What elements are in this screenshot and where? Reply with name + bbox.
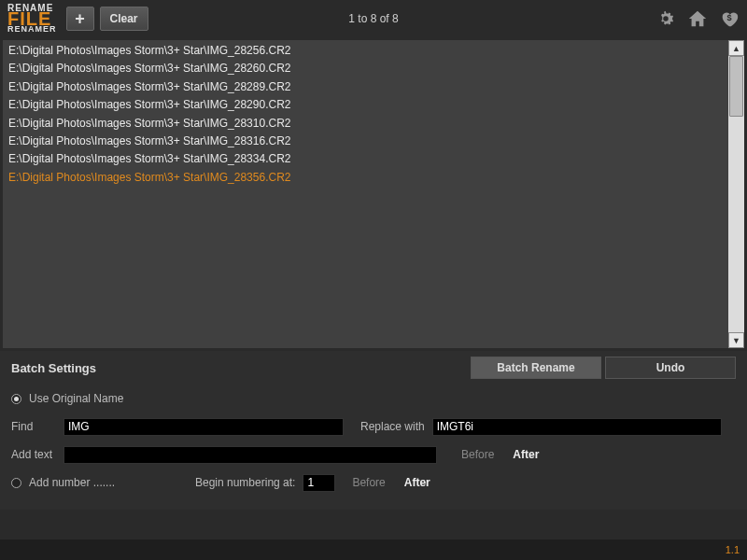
- add-number-row: Add number ....... Begin numbering at: B…: [11, 472, 736, 493]
- home-icon[interactable]: [687, 8, 708, 29]
- add-text-label: Add text: [11, 448, 56, 461]
- file-row[interactable]: E:\Digital Photos\Images Storm\3+ Star\I…: [3, 150, 728, 168]
- addnum-before-toggle[interactable]: Before: [352, 476, 385, 489]
- file-list-panel: E:\Digital Photos\Images Storm\3+ Star\I…: [3, 40, 744, 348]
- scroll-track[interactable]: [728, 56, 744, 332]
- file-row[interactable]: E:\Digital Photos\Images Storm\3+ Star\I…: [3, 169, 728, 187]
- batch-title: Batch Settings: [11, 361, 96, 375]
- file-counter: 1 to 8 of 8: [348, 12, 398, 25]
- version-label: 1.1: [726, 544, 740, 555]
- addtext-before-toggle[interactable]: Before: [461, 448, 494, 461]
- replace-input[interactable]: [432, 418, 722, 436]
- scroll-thumb[interactable]: [729, 56, 743, 117]
- add-files-button[interactable]: +: [66, 7, 94, 31]
- use-original-row: Use Original Name: [11, 388, 736, 409]
- donate-icon[interactable]: $: [719, 8, 740, 29]
- scroll-down-button[interactable]: ▼: [728, 332, 744, 348]
- use-original-radio[interactable]: [11, 394, 21, 404]
- gear-icon[interactable]: [655, 8, 676, 29]
- file-list[interactable]: E:\Digital Photos\Images Storm\3+ Star\I…: [3, 40, 728, 348]
- scrollbar[interactable]: ▲ ▼: [728, 40, 744, 348]
- file-row[interactable]: E:\Digital Photos\Images Storm\3+ Star\I…: [3, 60, 728, 77]
- replace-label: Replace with: [360, 420, 425, 433]
- find-replace-row: Find Replace with: [11, 416, 736, 437]
- addnum-after-toggle[interactable]: After: [404, 476, 430, 489]
- add-number-label: Add number .......: [29, 476, 188, 489]
- addtext-after-toggle[interactable]: After: [513, 448, 539, 461]
- scroll-up-button[interactable]: ▲: [728, 40, 744, 56]
- begin-numbering-input[interactable]: [303, 474, 335, 492]
- batch-rename-button[interactable]: Batch Rename: [471, 357, 601, 379]
- header-icons: $: [655, 8, 740, 29]
- file-row[interactable]: E:\Digital Photos\Images Storm\3+ Star\I…: [3, 133, 728, 150]
- file-row[interactable]: E:\Digital Photos\Images Storm\3+ Star\I…: [3, 42, 728, 60]
- file-row[interactable]: E:\Digital Photos\Images Storm\3+ Star\I…: [3, 96, 728, 114]
- logo-line3: RENAMER: [7, 26, 57, 33]
- header-bar: RENAME FILE RENAMER + Clear 1 to 8 of 8 …: [0, 0, 747, 37]
- batch-settings-panel: Batch Settings Batch Rename Undo Use Ori…: [0, 351, 747, 510]
- use-original-label: Use Original Name: [29, 392, 123, 405]
- add-text-input[interactable]: [63, 446, 437, 464]
- app-logo: RENAME FILE RENAMER: [7, 5, 57, 33]
- status-bar: 1.1: [0, 539, 747, 560]
- undo-button[interactable]: Undo: [605, 357, 736, 379]
- batch-header: Batch Settings Batch Rename Undo: [11, 357, 736, 379]
- find-label: Find: [11, 420, 56, 433]
- file-row[interactable]: E:\Digital Photos\Images Storm\3+ Star\I…: [3, 115, 728, 133]
- begin-numbering-label: Begin numbering at:: [195, 476, 295, 489]
- add-number-radio[interactable]: [11, 478, 21, 488]
- add-text-row: Add text Before After: [11, 444, 736, 465]
- svg-text:$: $: [726, 13, 731, 22]
- clear-button[interactable]: Clear: [100, 7, 148, 31]
- find-input[interactable]: [63, 418, 344, 436]
- file-row[interactable]: E:\Digital Photos\Images Storm\3+ Star\I…: [3, 78, 728, 96]
